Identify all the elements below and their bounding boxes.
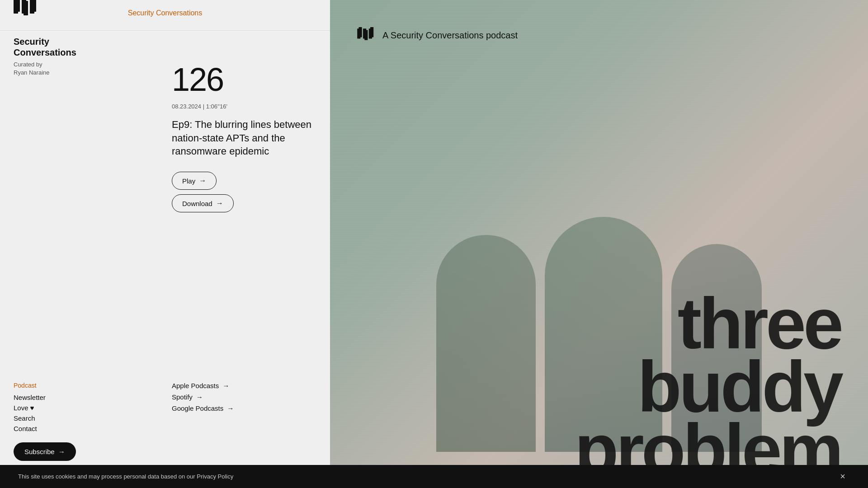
- cookie-message: This site uses cookies and may process p…: [18, 473, 233, 480]
- cover-logo-icon: [357, 27, 376, 43]
- platform-links: Apple Podcasts → Spotify → Google Podcas…: [99, 382, 234, 461]
- spotify-arrow-icon: →: [196, 393, 203, 401]
- episode-content: 126 08.23.2024 | 1:06''16' Ep9: The blur…: [172, 63, 316, 230]
- svg-rect-1: [15, 0, 20, 12]
- svg-rect-7: [359, 27, 362, 37]
- download-button[interactable]: Download →: [172, 194, 234, 212]
- svg-rect-3: [24, 1, 28, 15]
- play-arrow-icon: →: [199, 177, 206, 185]
- left-panel: Security Conversations Security Conversa…: [0, 0, 330, 488]
- sidebar-title: Security Conversations: [14, 36, 76, 58]
- right-panel: A Security Conversations podcast three b…: [330, 0, 868, 488]
- download-arrow-icon: →: [216, 199, 223, 207]
- big-text-line2: buddy: [575, 357, 859, 416]
- svg-rect-5: [32, 0, 36, 12]
- cookie-banner: This site uses cookies and may process p…: [0, 465, 868, 488]
- cover-podcast-name: A Security Conversations podcast: [382, 30, 518, 41]
- action-buttons: Play → Download →: [172, 172, 316, 212]
- svg-rect-9: [364, 30, 368, 40]
- episode-meta: 08.23.2024 | 1:06''16': [172, 103, 316, 110]
- subscribe-arrow-icon: →: [58, 448, 65, 455]
- google-podcasts-link[interactable]: Google Podcasts →: [172, 404, 234, 412]
- subscribe-button[interactable]: Subscribe →: [14, 442, 76, 461]
- episode-title: Ep9: The blurring lines between nation-s…: [172, 118, 316, 158]
- cover-logo-area: A Security Conversations podcast: [357, 27, 518, 43]
- logo[interactable]: [14, 0, 37, 15]
- contact-link[interactable]: Contact: [14, 425, 99, 432]
- sidebar-title-area: Security Conversations Curated by Ryan N…: [14, 36, 76, 77]
- cookie-close-button[interactable]: ×: [835, 471, 850, 482]
- bottom-nav: Podcast Newsletter Love ♥ Search Contact…: [0, 382, 99, 461]
- apple-podcasts-link[interactable]: Apple Podcasts →: [172, 382, 234, 389]
- big-text-overlay: three buddy problem: [575, 294, 859, 479]
- heart-icon: ♥: [30, 404, 34, 412]
- podcast-section-label: Podcast: [14, 382, 99, 389]
- episode-number: 126: [172, 63, 316, 96]
- brand-header-link[interactable]: Security Conversations: [128, 9, 203, 17]
- bottom-section: Podcast Newsletter Love ♥ Search Contact…: [0, 382, 330, 461]
- svg-rect-11: [370, 27, 373, 37]
- love-link[interactable]: Love ♥: [14, 404, 99, 412]
- big-text-line1: three: [575, 294, 859, 353]
- search-link[interactable]: Search: [14, 414, 99, 422]
- apple-arrow-icon: →: [222, 382, 229, 389]
- curator-label: Curated by Ryan Naraine: [14, 61, 76, 77]
- newsletter-link[interactable]: Newsletter: [14, 394, 99, 401]
- play-button[interactable]: Play →: [172, 172, 217, 190]
- google-arrow-icon: →: [227, 404, 234, 412]
- spotify-link[interactable]: Spotify →: [172, 393, 234, 401]
